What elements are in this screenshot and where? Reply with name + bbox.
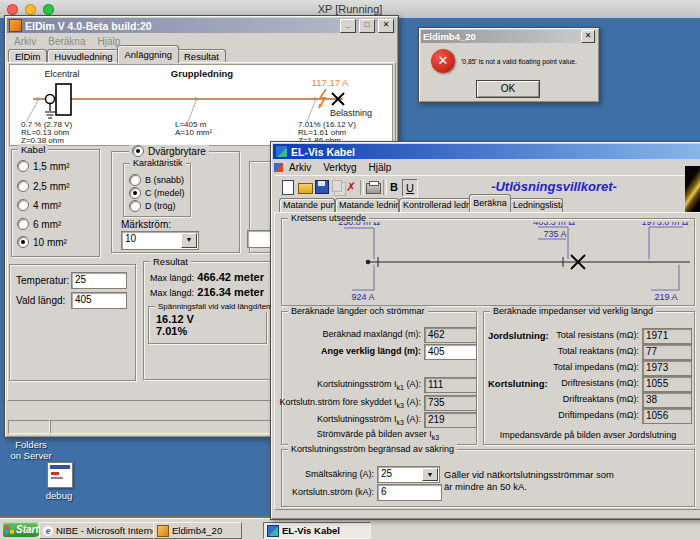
result-group-title: Resultat <box>150 256 191 267</box>
fuse-group-title: Kortslutningsström begränsad av säkring <box>288 444 457 455</box>
elvis-app-icon <box>275 145 288 158</box>
eldim-task-icon <box>157 525 169 537</box>
impedance-mid: 403.3 m Ω <box>533 222 575 227</box>
error-dialog: Eldimb4_20 ✕ ✕ '0,85' is not a valid flo… <box>418 27 600 103</box>
total-reaktans-label: Total reaktans (mΩ): <box>493 346 639 356</box>
radio-dot <box>17 180 29 192</box>
error-icon: ✕ <box>431 49 455 73</box>
radio-4mm2[interactable]: 4 mm² <box>17 199 61 211</box>
total-reaktans-field[interactable]: 77 <box>642 344 692 360</box>
task-nibe-internet-explorer[interactable]: e NIBE - Microsoft Internet... <box>39 522 158 539</box>
task-elvis-kabel[interactable]: EL-Vis Kabel <box>263 522 371 539</box>
open-folder-icon[interactable] <box>298 180 312 195</box>
dropdown-arrow-icon[interactable]: ▼ <box>422 468 438 481</box>
elvis-window: EL-Vis Kabel Arkiv Verktyg Hjälp ✗ B U <box>270 141 700 520</box>
tab-huvudledning[interactable]: Huvudledning <box>47 49 119 63</box>
total-resistans-label: Total resistans (mΩ): <box>493 330 639 340</box>
current-right: 219 A <box>654 292 677 302</box>
elcentral-label: Elcentral <box>44 69 79 79</box>
maxlangd-field[interactable]: 462 <box>424 327 477 343</box>
error-dialog-titlebar: Eldimb4_20 ✕ <box>421 30 597 43</box>
tab-resultat[interactable]: Resultat <box>177 49 226 63</box>
temperatur-field[interactable]: 25 <box>71 272 127 289</box>
radio-1-5mm2[interactable]: 1,5 mm² <box>17 160 70 172</box>
radio-c-medel[interactable]: C (medel) <box>129 187 185 199</box>
tab-eldim[interactable]: ElDim <box>8 49 47 63</box>
lengths-note: Strömvärde på bilden avser Ik3 <box>281 429 475 441</box>
start-button[interactable]: Start <box>3 522 41 537</box>
elvis-task-icon <box>267 525 279 537</box>
elvis-menu-arkiv[interactable]: Arkiv <box>283 162 317 173</box>
radio-dot-selected <box>132 145 144 157</box>
ik1-field[interactable]: 111 <box>424 377 477 393</box>
task-eldimb4-20[interactable]: Eldimb4_20 <box>153 522 242 539</box>
elvis-tabstrip: Matande punkt Matande ledningar Kontroll… <box>279 195 563 212</box>
belastning-label: Belastning <box>330 108 372 118</box>
statusbar-cell-1 <box>8 420 50 434</box>
delete-icon[interactable]: ✗ <box>346 180 360 195</box>
total-resistans-field[interactable]: 1971 <box>642 328 692 344</box>
bold-button[interactable]: B <box>387 179 401 195</box>
driftimpedans-label: Driftimpedans (mΩ): <box>493 410 639 420</box>
voltage-drop-volts: 16.12 V <box>156 313 194 325</box>
new-document-icon[interactable] <box>282 180 296 195</box>
tab-matande-ledningar[interactable]: Matande ledningar <box>335 198 399 212</box>
tab-kontrollerad-ledning[interactable]: Kontrollerad ledning <box>399 198 471 212</box>
radio-dot <box>17 218 29 230</box>
driftreaktans-label: Driftreaktans (mΩ): <box>493 394 639 404</box>
copy-icon[interactable] <box>332 180 346 195</box>
smaltsakring-combo[interactable]: 25 ▼ <box>377 466 440 483</box>
ik3-fore-label: Kortslutn.ström före skyddet Ik3 (A): <box>273 397 421 409</box>
elvis-menubar: Arkiv Verktyg Hjälp <box>274 161 397 174</box>
eldim-app-icon <box>9 19 22 32</box>
kortslutnstrom-field[interactable]: 6 <box>377 484 442 501</box>
eldim-circuit-drawing: Elcentral Gruppledning 117.17 A Belastni… <box>10 65 392 145</box>
ik3-fore-field[interactable]: 735 <box>424 395 477 411</box>
verklig-langd-field[interactable]: 405 <box>424 344 477 360</box>
radio-b-snabb[interactable]: B (snabb) <box>129 174 184 186</box>
toolbar-separator <box>360 180 364 195</box>
elvis-title: EL-Vis Kabel <box>291 146 700 158</box>
driftresistans-field[interactable]: 1055 <box>642 376 692 392</box>
tab-anlaggning[interactable]: Anläggning <box>117 45 179 63</box>
radio-2-5mm2[interactable]: 2,5 mm² <box>17 180 70 192</box>
radio-6mm2[interactable]: 6 mm² <box>17 218 61 230</box>
markstrom-combo[interactable]: 10 ▼ <box>121 231 199 250</box>
eldim-minimize-button[interactable]: _ <box>340 19 356 33</box>
tab-matande-punkt[interactable]: Matande punkt <box>279 198 335 212</box>
kortslutnstrom-label: Kortslutn.ström (kA): <box>273 487 374 497</box>
eldim-maximize-button[interactable]: □ <box>359 19 375 33</box>
current-value: 117.17 A <box>312 77 349 88</box>
driftimpedans-field[interactable]: 1056 <box>642 408 692 424</box>
eldim-close-button[interactable]: ✕ <box>378 19 394 33</box>
desktop: Shared Folders on Server debug ElDim V 4… <box>0 18 700 518</box>
radio-d-trog[interactable]: D (trög) <box>129 200 176 212</box>
lengths-group-title: Beräknade längder och strömmar <box>288 306 428 317</box>
eldim-titlebar: ElDim V 4.0-Beta build:20 _ □ ✕ <box>7 18 396 33</box>
impedance-right: 1973.0 m Ω <box>642 222 689 227</box>
save-icon[interactable] <box>315 180 329 195</box>
fuse-note-line1: Gäller vid nätkortslutningsströmmar som <box>444 469 614 480</box>
max-langd-value-1: 466.42 meter <box>165 271 264 283</box>
dropdown-arrow-icon[interactable]: ▼ <box>181 233 197 248</box>
elvis-menu-verktyg[interactable]: Verktyg <box>317 162 362 173</box>
radio-dot-selected <box>17 236 29 248</box>
radio-dot <box>129 200 141 212</box>
error-message: '0,85' is not a valid floating point val… <box>461 57 577 66</box>
radio-dvargbrytare[interactable]: Dvärgbrytare <box>129 145 209 157</box>
tab-berakna[interactable]: Beräkna <box>469 194 511 212</box>
current-mid: 735 A <box>543 229 566 239</box>
radio-10mm2[interactable]: 10 mm² <box>17 236 67 248</box>
total-impedans-field[interactable]: 1973 <box>642 360 692 376</box>
ik3-field[interactable]: 219 <box>424 412 477 428</box>
tab-ledningslista[interactable]: Ledningslista <box>509 198 563 212</box>
ok-button[interactable]: OK <box>476 80 540 98</box>
print-icon[interactable] <box>366 180 380 195</box>
elvis-circuit-drawing: 250.0 m Ω 924 A 403.3 m Ω 735 A 1973.0 m… <box>283 222 691 302</box>
elvis-menu-hjalp[interactable]: Hjälp <box>363 162 398 173</box>
driftreaktans-field[interactable]: 38 <box>642 392 692 408</box>
vald-langd-field[interactable]: 405 <box>71 292 127 309</box>
error-dialog-close-button[interactable]: ✕ <box>581 30 595 43</box>
driftresistans-label: Driftresistans (mΩ): <box>493 378 639 388</box>
kabel-group-title: Kabel <box>18 144 48 155</box>
